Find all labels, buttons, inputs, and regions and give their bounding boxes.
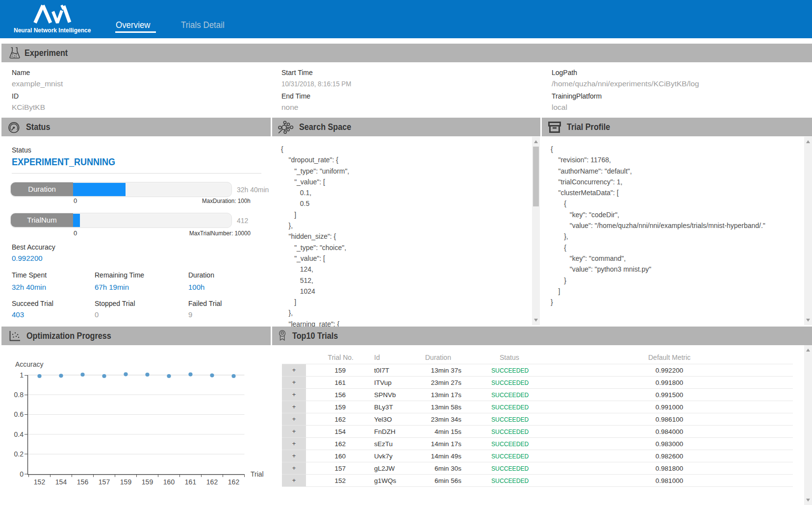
svg-text:152: 152 [34,478,46,486]
svg-text:161: 161 [185,478,197,486]
svg-text:160: 160 [163,478,175,486]
svg-text:0: 0 [20,470,24,478]
svg-text:162: 162 [228,478,240,486]
svg-text:156: 156 [77,478,89,486]
svg-text:1: 1 [20,371,24,379]
svg-text:157: 157 [99,478,110,486]
svg-text:0.6: 0.6 [14,410,24,418]
svg-text:0.2: 0.2 [14,450,24,458]
svg-text:Accuracy: Accuracy [15,360,44,368]
svg-text:162: 162 [206,478,218,486]
svg-text:154: 154 [55,478,67,486]
svg-text:Trial: Trial [251,470,264,478]
svg-text:0.8: 0.8 [14,391,24,399]
svg-text:159: 159 [120,478,132,486]
svg-text:159: 159 [142,478,153,486]
svg-text:0.4: 0.4 [14,430,24,438]
